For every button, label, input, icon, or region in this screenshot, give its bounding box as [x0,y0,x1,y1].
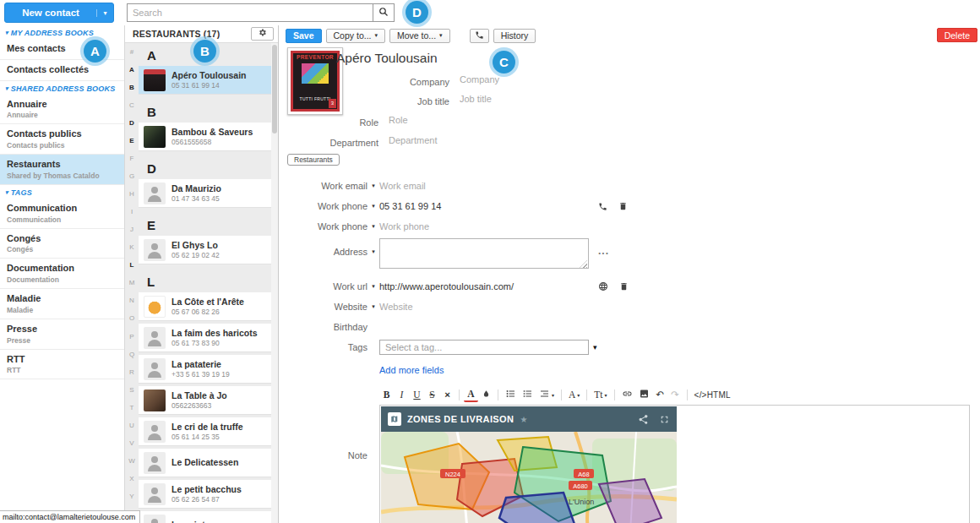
delete-button[interactable]: Delete [937,28,977,42]
sidebar-item-contacts-publics[interactable]: Contacts publics Contacts publics [0,124,124,155]
chevron-down-icon[interactable]: ▾ [368,223,379,230]
chevron-down-icon[interactable]: ▾ [96,9,113,17]
alphabet-letter[interactable]: N [125,291,139,309]
insert-image-button[interactable] [636,388,652,402]
share-icon[interactable] [638,414,649,425]
job-title-input[interactable] [460,94,586,104]
chevron-down-icon[interactable]: ▾ [368,303,379,310]
sidebar-item-communication[interactable]: Communication Communication [0,199,124,229]
work-email-input[interactable] [379,181,561,191]
work-phone2-input[interactable] [379,221,561,232]
sidebar-item-documentation[interactable]: Documentation Documentation [0,259,124,289]
tags-select[interactable]: Select a tag... [379,340,589,355]
fullscreen-icon[interactable] [659,414,670,425]
list-item[interactable]: La pataterie+33 5 61 39 19 19 [139,355,271,384]
alphabet-letter[interactable]: Y [125,488,139,505]
list-item[interactable]: Bambou & Saveurs0561555658 [139,123,271,151]
copy-to-button[interactable]: Copy to...▾ [326,29,385,43]
list-item[interactable]: La faim des haricots05 61 73 83 90 [139,324,271,352]
list-item[interactable]: Le Delicatessen [139,449,271,477]
move-to-button[interactable]: Move to...▾ [389,29,450,43]
section-my-address-books[interactable]: ▾ MY ADDRESS BOOKS [0,25,124,39]
paragraph-style-button[interactable]: ▾ [536,388,557,402]
list-item[interactable]: Da Maurizio01 47 34 63 45 [139,179,271,208]
alphabet-letter[interactable]: F [125,150,139,167]
alphabet-letter[interactable]: A [125,61,139,79]
company-input[interactable] [460,74,586,84]
call-button[interactable] [470,29,489,43]
trash-icon[interactable] [618,201,628,211]
chevron-down-icon[interactable]: ▾ [593,343,597,351]
alphabet-letter[interactable]: U [125,417,139,434]
department-input[interactable] [389,135,515,145]
underline-button[interactable]: U [410,388,424,402]
alphabet-letter[interactable]: O [125,309,139,327]
alphabet-letter[interactable]: P [125,328,139,346]
alphabet-letter[interactable]: # [125,43,139,61]
alphabet-letter[interactable]: M [125,274,139,291]
star-icon[interactable]: ★ [520,415,632,424]
birthday-input[interactable] [379,322,561,332]
alphabet-letter[interactable]: T [125,399,139,417]
history-button[interactable]: History [493,29,536,43]
italic-button[interactable]: I [395,388,409,402]
clear-format-button[interactable]: × [440,388,455,402]
add-more-fields-link[interactable]: Add more fields [379,365,444,375]
alphabet-letter[interactable]: D [125,114,139,132]
undo-icon[interactable]: ↶ [653,388,667,402]
alphabet-letter[interactable]: J [125,221,139,238]
alphabet-letter[interactable]: Q [125,346,139,363]
scrollbar-thumb[interactable] [272,45,277,133]
list-settings-button[interactable] [251,27,274,41]
bullet-list-button[interactable] [503,388,519,402]
chevron-down-icon[interactable]: ▾ [368,283,379,290]
strikethrough-button[interactable]: S [425,388,439,402]
insert-link-button[interactable] [619,388,635,402]
alphabet-letter[interactable]: W [125,452,139,470]
role-input[interactable] [389,115,515,125]
work-url-input[interactable] [379,281,561,291]
alphabet-letter[interactable]: R [125,363,139,381]
section-shared-address-books[interactable]: ▾ SHARED ADDRESS BOOKS [0,81,124,95]
website-input[interactable] [379,302,561,312]
contact-photo[interactable]: PREVENTOR TUTTI FRUTTI 3 [287,47,343,115]
sidebar-item-maladie[interactable]: Maladie Maladie [0,289,124,319]
phone-icon[interactable] [598,202,607,211]
font-family-button[interactable]: A▾ [566,388,582,402]
sidebar-item-annuaire[interactable]: Annuaire Annuaire [0,95,124,125]
sidebar-item-presse[interactable]: Presse Presse [0,319,124,350]
alphabet-letter[interactable]: C [125,96,139,114]
alphabet-letter[interactable]: X [125,470,139,488]
sidebar-item-conges[interactable]: Congés Congés [0,229,124,259]
globe-icon[interactable] [598,281,608,291]
numbered-list-button[interactable] [520,388,536,402]
alphabet-letter[interactable]: H [125,185,139,203]
alphabet-letter[interactable]: I [125,203,139,221]
alphabet-letter[interactable]: K [125,238,139,256]
map-canvas[interactable]: N224 A68 A680 L'Union [381,432,677,523]
chevron-down-icon[interactable]: ▾ [368,238,379,255]
work-phone-input[interactable] [379,201,561,211]
search-button[interactable] [373,3,395,22]
search-input[interactable] [127,3,373,22]
tag-chip-restaurants[interactable]: Restaurants [287,154,340,166]
sidebar-item-contacts-collectes[interactable]: Contacts collectés [0,60,124,81]
chevron-down-icon[interactable]: ▾ [368,183,379,189]
highlight-color-button[interactable] [479,388,493,402]
alphabet-letter[interactable]: S [125,381,139,399]
alphabet-letter[interactable]: L [125,256,139,274]
list-item[interactable]: Apéro Toulousain05 31 61 99 14 [139,66,271,95]
chevron-down-icon[interactable]: ▾ [368,203,379,210]
address-more-button[interactable]: ... [598,245,609,257]
list-item[interactable]: La Côte et l'Arête05 67 06 82 26 [139,292,271,321]
sidebar-item-rtt[interactable]: RTT RTT [0,350,124,380]
bold-button[interactable]: B [379,388,394,402]
alphabet-letter[interactable]: V [125,434,139,452]
list-item[interactable]: La Table à Jo0562263663 [139,386,271,415]
list-item[interactable]: Le petit bacchus05 62 26 54 87 [139,480,271,509]
sidebar-item-restaurants[interactable]: Restaurants Shared by Thomas Cataldo [0,155,124,185]
redo-icon[interactable]: ↷ [668,388,683,402]
font-size-button[interactable]: Tt▾ [591,388,609,402]
section-tags[interactable]: ▾ TAGS [0,185,124,199]
alphabet-letter[interactable]: B [125,79,139,96]
